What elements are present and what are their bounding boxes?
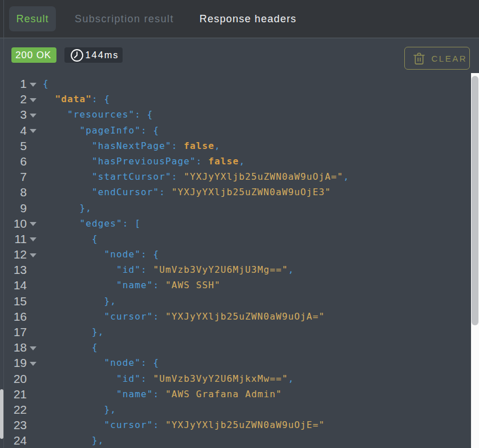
trash-icon [412, 52, 426, 65]
code-line: 22 }, [0, 402, 471, 417]
line-number: 23 [0, 417, 27, 433]
code-line-content: "node": { [0, 247, 471, 262]
code-line-content: "startCursor": "YXJyYXljb25uZWN0aW9uOjA=… [0, 169, 471, 184]
code-line: 11 { [0, 231, 471, 247]
response-time-text: 144ms [86, 50, 119, 60]
line-number: 20 [0, 371, 27, 386]
line-number: 5 [0, 138, 27, 154]
left-scrollbar-thumb[interactable] [0, 389, 3, 439]
code-line-content: }, [0, 402, 471, 417]
response-json-viewer: 1{2 "data": {3 "resources": {4 "pageInfo… [0, 73, 471, 448]
code-line: 12 "node": { [0, 247, 471, 262]
code-line: 14 "name": "AWS SSH" [0, 277, 471, 293]
code-line-content: "endCursor": "YXJyYXljb25uZWN0aW9uOjE3" [0, 184, 471, 200]
line-number: 22 [0, 402, 27, 417]
clear-button-label: CLEAR [432, 54, 468, 63]
code-line: 19 "node": { [0, 355, 471, 370]
fold-arrow-icon[interactable] [30, 98, 36, 102]
code-line-content: "edges": [ [0, 216, 471, 231]
code-line-content: "resources": { [0, 107, 471, 122]
line-number: 13 [0, 262, 27, 277]
line-number: 11 [0, 231, 27, 247]
code-line: 7 "startCursor": "YXJyYXljb25uZWN0aW9uOj… [0, 169, 471, 184]
code-line-content: { [0, 76, 471, 91]
code-line-content: }, [0, 433, 471, 448]
status-text: 200 OK [15, 50, 51, 61]
code-line-content: "cursor": "YXJyYXljb25uZWN0aW9uOjE=" [0, 417, 471, 433]
fold-arrow-icon[interactable] [30, 237, 36, 241]
pane-divider [3, 0, 4, 448]
clear-button[interactable]: CLEAR [404, 47, 470, 70]
code-line-content: "hasNextPage": false, [0, 138, 471, 154]
line-number: 2 [0, 91, 27, 107]
fold-arrow-icon[interactable] [30, 222, 36, 226]
fold-arrow-icon[interactable] [30, 129, 36, 133]
code-line: 21 "name": "AWS Grafana Admin" [0, 386, 471, 402]
code-line: 10 "edges": [ [0, 216, 471, 231]
tab-subscription-result[interactable]: Subscription result [67, 6, 182, 31]
line-number: 4 [0, 123, 27, 138]
tab-response-headers[interactable]: Response headers [192, 6, 305, 31]
line-number: 16 [0, 309, 27, 324]
code-line: 20 "id": "UmVzb3VyY2U6MjkxMw==", [0, 371, 471, 386]
clock-icon [70, 49, 84, 62]
tab-response-headers-label: Response headers [200, 13, 297, 25]
code-line-content: }, [0, 324, 471, 340]
result-pane-tabbar: Result Subscription result Response head… [0, 0, 479, 38]
code-line-content: "pageInfo": { [0, 123, 471, 138]
code-line: 8 "endCursor": "YXJyYXljb25uZWN0aW9uOjE3… [0, 184, 471, 200]
line-number: 1 [0, 76, 27, 91]
code-line-content: { [0, 340, 471, 355]
code-line: 15 }, [0, 293, 471, 309]
code-line-content: "node": { [0, 355, 471, 370]
line-number: 6 [0, 154, 27, 169]
fold-arrow-icon[interactable] [30, 253, 36, 257]
line-number: 3 [0, 107, 27, 122]
code-line: 4 "pageInfo": { [0, 123, 471, 138]
code-line: 5 "hasNextPage": false, [0, 138, 471, 154]
fold-arrow-icon[interactable] [30, 346, 36, 350]
code-line: 13 "id": "UmVzb3VyY2U6MjU3Mg==", [0, 262, 471, 277]
code-line-content: }, [0, 293, 471, 309]
code-line: 24 }, [0, 433, 471, 448]
code-line: 1{ [0, 76, 471, 91]
line-number: 15 [0, 293, 27, 309]
line-number: 24 [0, 433, 27, 448]
code-line-content: { [0, 231, 471, 247]
code-line-content: "name": "AWS SSH" [0, 277, 471, 293]
line-number: 12 [0, 247, 27, 262]
code-line-content: }, [0, 200, 471, 216]
code-line: 23 "cursor": "YXJyYXljb25uZWN0aW9uOjE=" [0, 417, 471, 433]
line-number: 9 [0, 200, 27, 216]
right-scrollbar-thumb[interactable] [472, 76, 478, 325]
tab-result[interactable]: Result [9, 6, 56, 31]
code-line-content: "name": "AWS Grafana Admin" [0, 386, 471, 402]
line-number: 17 [0, 324, 27, 340]
code-line: 9 }, [0, 200, 471, 216]
fold-arrow-icon[interactable] [30, 362, 36, 366]
code-line: 18 { [0, 340, 471, 355]
code-line-content: "cursor": "YXJyYXljb25uZWN0aW9uOjA=" [0, 309, 471, 324]
fold-arrow-icon[interactable] [30, 114, 36, 118]
response-meta-bar: 200 OK 144ms CLEAR [0, 39, 479, 73]
code-line-content: "data": { [0, 91, 471, 107]
code-line: 2 "data": { [0, 91, 471, 107]
status-badge: 200 OK [11, 47, 56, 63]
code-line: 16 "cursor": "YXJyYXljb25uZWN0aW9uOjA=" [0, 309, 471, 324]
line-number: 14 [0, 277, 27, 293]
line-number: 10 [0, 216, 27, 231]
code-line: 17 }, [0, 324, 471, 340]
tab-subscription-result-label: Subscription result [75, 13, 174, 25]
response-time-badge: 144ms [64, 47, 123, 63]
fold-arrow-icon[interactable] [30, 83, 36, 87]
tab-result-label: Result [17, 13, 49, 25]
line-number: 8 [0, 184, 27, 200]
code-line-content: "hasPreviousPage": false, [0, 154, 471, 169]
line-number: 7 [0, 169, 27, 184]
right-scrollbar-track[interactable] [471, 73, 479, 448]
code-line: 6 "hasPreviousPage": false, [0, 154, 471, 169]
line-number: 19 [0, 355, 27, 370]
code-line-content: "id": "UmVzb3VyY2U6MjkxMw==", [0, 371, 471, 386]
code-line: 3 "resources": { [0, 107, 471, 122]
line-number: 18 [0, 340, 27, 355]
